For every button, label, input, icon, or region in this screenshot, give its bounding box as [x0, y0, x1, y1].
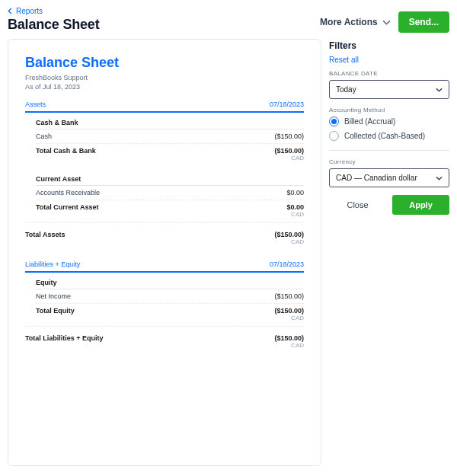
total-current-asset-cur: CAD [286, 211, 304, 218]
chevron-down-icon [382, 20, 391, 25]
total-cash-bank-label: Total Cash & Bank [36, 147, 96, 161]
total-liab-label: Total Liabilities + Equity [25, 334, 104, 349]
more-actions-label: More Actions [320, 17, 378, 27]
filters-title: Filters [329, 40, 449, 51]
section-liab-date: 07/18/2023 [270, 260, 304, 268]
report-title: Balance Sheet [25, 55, 304, 71]
apply-button[interactable]: Apply [392, 195, 449, 215]
breadcrumb-label: Reports [16, 7, 43, 15]
total-current-asset-value: $0.00 [286, 203, 304, 211]
reset-all-link[interactable]: Reset all [329, 56, 449, 64]
section-liab-header[interactable]: Liabilities + Equity 07/18/2023 [25, 251, 304, 273]
row-cash: Cash ($150.00) [36, 129, 304, 144]
total-assets: Total Assets ($150.00)CAD [25, 222, 304, 245]
total-equity-cur: CAD [274, 315, 304, 321]
ar-value: $0.00 [286, 189, 304, 196]
row-net-income: Net Income ($150.00) [36, 289, 304, 304]
cash-bank-header: Cash & Bank [36, 119, 304, 129]
radio-icon [329, 117, 339, 126]
chevron-down-icon [436, 176, 443, 180]
accounting-method-label: Accounting Method [329, 107, 449, 113]
total-assets-cur: CAD [274, 238, 304, 245]
divider [329, 150, 449, 151]
section-assets-date: 07/18/2023 [270, 101, 304, 108]
total-current-asset-label: Total Current Asset [36, 203, 99, 218]
currency-select[interactable]: CAD — Canadian dollar [329, 168, 449, 187]
breadcrumb[interactable]: Reports [8, 7, 99, 15]
ar-label: Accounts Receivable [36, 189, 100, 196]
radio-billed-accrual[interactable]: Billed (Accrual) [329, 117, 449, 126]
total-current-asset: Total Current Asset $0.00CAD [36, 200, 304, 218]
total-cash-bank-value: ($150.00) [274, 147, 304, 155]
section-assets-header[interactable]: Assets 07/18/2023 [25, 91, 304, 113]
total-equity-label: Total Equity [36, 307, 75, 321]
radio-collected-cash[interactable]: Collected (Cash-Based) [329, 131, 449, 141]
section-liab-label: Liabilities + Equity [25, 260, 80, 268]
radio-billed-label: Billed (Accrual) [344, 117, 395, 126]
send-button[interactable]: Send... [398, 11, 449, 33]
currency-value: CAD — Canadian dollar [336, 174, 417, 182]
section-assets-label: Assets [25, 101, 46, 108]
radio-icon [329, 131, 339, 141]
equity-header: Equity [36, 279, 304, 289]
report-company: FreshBooks Support [25, 73, 304, 82]
report-as-of: As of Jul 18, 2023 [25, 82, 304, 91]
total-cash-bank: Total Cash & Bank ($150.00)CAD [36, 144, 304, 161]
total-equity-value: ($150.00) [274, 307, 304, 315]
total-assets-value: ($150.00) [274, 231, 304, 238]
net-income-value: ($150.00) [274, 292, 304, 300]
total-cash-bank-cur: CAD [274, 155, 304, 161]
total-liab-equity: Total Liabilities + Equity ($150.00)CAD [25, 326, 304, 349]
more-actions-dropdown[interactable]: More Actions [320, 17, 391, 27]
cash-label: Cash [36, 133, 52, 140]
balance-date-value: Today [336, 85, 356, 94]
currency-label: Currency [329, 158, 449, 165]
row-ar: Accounts Receivable $0.00 [36, 186, 304, 200]
close-button[interactable]: Close [329, 195, 386, 215]
total-liab-value: ($150.00) [274, 334, 304, 342]
net-income-label: Net Income [36, 292, 71, 300]
balance-date-select[interactable]: Today [329, 80, 449, 99]
current-asset-header: Current Asset [36, 175, 304, 186]
total-liab-cur: CAD [274, 342, 304, 349]
total-assets-label: Total Assets [25, 231, 66, 245]
page-title: Balance Sheet [8, 17, 99, 33]
chevron-left-icon [8, 8, 12, 14]
balance-date-label: BALANCE DATE [329, 70, 449, 77]
report-card: Balance Sheet FreshBooks Support As of J… [8, 39, 321, 466]
chevron-down-icon [436, 88, 443, 92]
total-equity: Total Equity ($150.00)CAD [36, 304, 304, 321]
filters-panel: Filters Reset all BALANCE DATE Today Acc… [328, 39, 449, 466]
cash-value: ($150.00) [274, 133, 304, 140]
radio-collected-label: Collected (Cash-Based) [344, 132, 425, 140]
